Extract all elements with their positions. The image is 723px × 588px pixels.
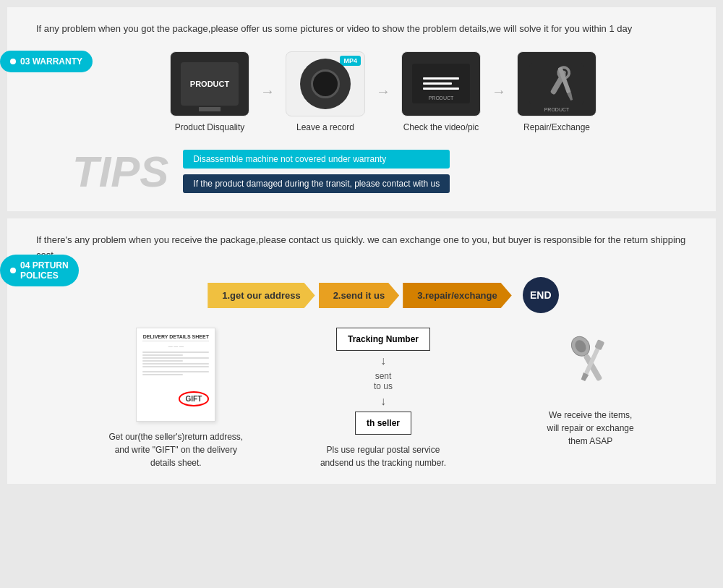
line1	[423, 77, 459, 80]
arrow-2: →	[376, 83, 390, 100]
step-box-3: 3.repair/exchange	[403, 283, 512, 308]
product-label: PRODUCT	[190, 80, 229, 88]
camera-icon	[300, 59, 351, 109]
step4-label: Repair/Exchange	[523, 122, 590, 132]
camera-lens	[311, 69, 340, 98]
return-section: If there's any problem when you receive …	[7, 218, 716, 485]
line2	[423, 82, 452, 85]
step-box-1: 1.get our address	[208, 283, 315, 308]
warranty-steps: PRODUCT Product Disquality → MP4 Leave a…	[29, 51, 694, 132]
warranty-step-1: PRODUCT Product Disquality	[170, 51, 249, 132]
sheet-line-8	[142, 374, 182, 375]
tools-large	[555, 328, 627, 400]
arrow-1: →	[260, 83, 275, 100]
detail3-caption: We receive the items, will repair or exc…	[547, 409, 634, 448]
return-item-3: We receive the items, will repair or exc…	[518, 328, 663, 448]
tips-title: TIPS	[72, 147, 168, 197]
sheet-line-1	[142, 351, 209, 353]
return-item-2: Tracking Number ↓ sent to us ↓ th seller…	[311, 328, 455, 469]
track-arrow-down-2: ↓	[380, 395, 386, 408]
process-flow: 1.get our address 2.send it us 3.repair/…	[29, 277, 694, 313]
tip2: If the product damaged during the transi…	[183, 174, 450, 193]
step2-label: Leave a record	[296, 122, 354, 132]
return-description: If there's any problem when you receive …	[29, 233, 694, 263]
main-container: If any problem when you got the package,…	[0, 0, 723, 491]
sheet-lines	[142, 351, 209, 367]
warranty-badge: 03 WARRANTY	[0, 51, 93, 72]
tips-row: TIPS Disassemble machine not covered und…	[29, 147, 694, 197]
product-label-3: PRODUCT	[544, 107, 570, 112]
sheet-line-6	[142, 366, 209, 367]
track-arrow-down: ↓	[380, 354, 386, 367]
large-tools-icon	[555, 328, 627, 400]
tracking-diagram: Tracking Number ↓ sent to us ↓ th seller	[336, 328, 430, 435]
detail2-caption: Pls use regular postal service andsend u…	[311, 443, 455, 469]
warranty-description: If any problem when you got the package,…	[29, 22, 694, 37]
step1-label: Product Disquality	[175, 122, 245, 132]
sheet-line-3	[142, 357, 209, 359]
video-lines	[423, 77, 459, 90]
return-details: DELIVERY DETAILS SHEET — — — GIF	[29, 328, 694, 469]
tracking-number-box: Tracking Number	[336, 328, 430, 351]
sheet-title: DELIVERY DETAILS SHEET	[142, 334, 209, 341]
line3	[423, 88, 459, 90]
return-badge: 04 PRTURNPOLICES	[0, 255, 79, 286]
detail1-caption: Get our(the seller's)return address, and…	[103, 430, 248, 469]
video-inner: PRODUCT	[412, 64, 470, 103]
product-label-2: PRODUCT	[429, 95, 454, 101]
badge-label: 03 WARRANTY	[20, 56, 82, 67]
sheet-line-4	[142, 360, 182, 362]
step-end: END	[523, 277, 559, 313]
video-icon-box: PRODUCT	[401, 51, 481, 116]
tip1: Disassemble machine not covered under wa…	[183, 150, 450, 169]
process-step-3: 3.repair/exchange	[403, 283, 512, 308]
sheet-subtitle: — — —	[142, 344, 209, 349]
arrow-3: →	[492, 83, 506, 100]
return-badge-dot	[10, 268, 16, 273]
delivery-sheet: DELIVERY DETAILS SHEET — — — GIF	[136, 328, 215, 422]
warranty-step-2: MP4 Leave a record	[286, 51, 365, 132]
sheet-line-2	[142, 354, 182, 356]
tracking-sent-label: sent to us	[374, 371, 393, 391]
mp4-badge: MP4	[340, 56, 361, 66]
return-badge-label: 04 PRTURNPOLICES	[20, 260, 69, 281]
step3-label: Check the video/pic	[403, 122, 479, 132]
step-box-2: 2.send it us	[319, 283, 400, 308]
sheet-line-5	[142, 363, 209, 365]
badge-dot	[10, 59, 16, 64]
return-item-1: DELIVERY DETAILS SHEET — — — GIF	[103, 328, 248, 469]
warranty-section: If any problem when you got the package,…	[7, 7, 716, 211]
process-step-2: 2.send it us	[319, 283, 400, 308]
warranty-step-4: PRODUCT Repair/Exchange	[517, 51, 596, 132]
sheet-line-7	[142, 371, 209, 372]
product-icon-box: PRODUCT	[170, 51, 249, 116]
repair-icon-box: PRODUCT	[517, 51, 596, 116]
mp4-icon-box: MP4	[286, 51, 365, 116]
gift-label: GIFT	[179, 391, 210, 406]
warranty-step-3: PRODUCT Check the video/pic	[401, 51, 481, 132]
process-step-1: 1.get our address	[208, 283, 315, 308]
tracking-seller-box: th seller	[355, 412, 411, 435]
tips-notices: Disassemble machine not covered under wa…	[183, 150, 450, 193]
product-screen: PRODUCT	[181, 62, 239, 106]
